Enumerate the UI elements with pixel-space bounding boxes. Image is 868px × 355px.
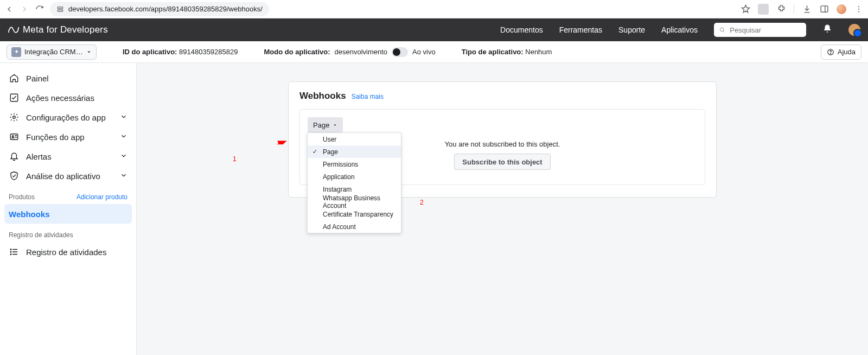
- svg-point-12: [12, 136, 14, 137]
- app-id: ID do aplicativo: 891480359285829: [123, 48, 238, 56]
- sidebar-group-produtos: Produtos Adicionar produto: [4, 186, 132, 204]
- webhooks-card: Webhooks Saiba mais Page UserPagePermiss…: [288, 81, 717, 198]
- help-icon: [827, 48, 834, 56]
- sidebar-group-registro: Registro de atividades: [4, 224, 132, 242]
- app-type: Tipo de aplicativo: Nenhum: [462, 48, 552, 56]
- checklist-icon: [9, 93, 20, 103]
- dropdown-option-whatsapp-business-account[interactable]: Whatsapp Business Account: [308, 195, 401, 208]
- sidebar: Painel Ações necessárias Configurações d…: [0, 63, 137, 355]
- chevron-down-icon: [120, 132, 127, 142]
- annotation-overlay: [137, 63, 299, 144]
- object-dropdown: UserPagePermissionsApplicationInstagramW…: [307, 132, 401, 233]
- sidebar-item-funcoes[interactable]: Funções do app: [4, 127, 132, 147]
- browser-chrome: developers.facebook.com/apps/89148035928…: [0, 0, 868, 18]
- address-bar[interactable]: developers.facebook.com/apps/89148035928…: [50, 2, 269, 16]
- sidebar-item-alertas[interactable]: Alertas: [4, 147, 132, 166]
- svg-rect-11: [10, 134, 18, 140]
- sidepanel-icon[interactable]: [819, 4, 829, 14]
- svg-point-5: [858, 11, 859, 12]
- nav-tools[interactable]: Ferramentas: [559, 26, 602, 34]
- extensions-icon[interactable]: [776, 4, 786, 14]
- svg-point-4: [858, 8, 859, 9]
- learn-more-link[interactable]: Saiba mais: [352, 93, 384, 100]
- sidebar-item-registro[interactable]: Registro de atividades: [4, 242, 132, 262]
- home-icon: [9, 73, 20, 83]
- back-icon[interactable]: [4, 4, 14, 14]
- annotation-1: 1: [233, 155, 237, 163]
- svg-point-10: [13, 116, 16, 119]
- card-title: Webhooks: [299, 91, 346, 102]
- search-icon: [719, 27, 725, 34]
- mode-toggle[interactable]: [392, 47, 408, 57]
- app-info-bar: ✦ Integração CRM Edu... ID do aplicativo…: [0, 41, 868, 63]
- app-mode: Modo do aplicativo: desenvolvimento Ao v…: [264, 47, 435, 57]
- chevron-down-icon: [120, 152, 127, 161]
- sidebar-item-analise[interactable]: Análise do aplicativo: [4, 166, 132, 186]
- gear-icon: [9, 112, 20, 122]
- meta-topbar: Meta for Developers Documentos Ferrament…: [0, 18, 868, 41]
- webhooks-panel: Page UserPagePermissionsApplicationInsta…: [299, 109, 705, 185]
- nav-support[interactable]: Suporte: [618, 26, 645, 34]
- svg-point-15: [10, 254, 11, 255]
- help-button[interactable]: Ajuda: [821, 45, 861, 60]
- id-icon: [9, 132, 20, 142]
- dropdown-option-permissions[interactable]: Permissions: [308, 158, 401, 170]
- object-selector-button[interactable]: Page: [308, 117, 343, 132]
- app-name: Integração CRM Edu...: [24, 48, 83, 56]
- svg-rect-1: [58, 10, 62, 11]
- url-text: developers.facebook.com/apps/89148035928…: [68, 5, 263, 13]
- bell-icon: [9, 151, 20, 161]
- meta-logo: [8, 24, 20, 36]
- forward-icon[interactable]: [20, 4, 29, 14]
- nav-apps[interactable]: Aplicativos: [661, 26, 698, 34]
- dropdown-option-application[interactable]: Application: [308, 170, 401, 183]
- reload-icon[interactable]: [35, 4, 44, 14]
- brand[interactable]: Meta for Developers: [8, 24, 108, 36]
- caret-down-icon: [333, 123, 337, 128]
- site-settings-icon: [56, 5, 64, 13]
- content-area: Webhooks Saiba mais Page UserPagePermiss…: [137, 63, 868, 355]
- svg-point-14: [10, 251, 11, 252]
- search-box[interactable]: [714, 23, 806, 37]
- sidebar-item-config[interactable]: Configurações do app: [4, 107, 132, 127]
- caret-down-icon: [86, 49, 92, 55]
- chevron-down-icon: [120, 172, 127, 181]
- mastodon-icon[interactable]: [758, 4, 769, 15]
- svg-rect-0: [58, 7, 62, 8]
- app-selector[interactable]: ✦ Integração CRM Edu...: [7, 45, 97, 60]
- svg-point-3: [858, 6, 859, 7]
- add-product-link[interactable]: Adicionar produto: [76, 193, 127, 201]
- nav-docs[interactable]: Documentos: [500, 26, 543, 34]
- svg-rect-2: [821, 6, 828, 12]
- list-icon: [9, 247, 20, 257]
- download-icon[interactable]: [802, 4, 812, 14]
- sidebar-item-painel[interactable]: Painel: [4, 68, 132, 88]
- kebab-icon[interactable]: [854, 4, 864, 14]
- chevron-down-icon: [120, 113, 127, 122]
- brand-text: Meta for Developers: [23, 24, 108, 35]
- svg-point-8: [830, 53, 831, 54]
- dropdown-option-ad-account[interactable]: Ad Account: [308, 220, 401, 233]
- svg-point-13: [10, 249, 11, 250]
- annotation-2: 2: [420, 199, 424, 206]
- svg-point-6: [720, 28, 724, 31]
- bell-icon[interactable]: [822, 24, 832, 36]
- star-icon[interactable]: [741, 4, 750, 14]
- profile-avatar[interactable]: [837, 4, 846, 14]
- app-icon: ✦: [11, 47, 21, 57]
- user-avatar[interactable]: [848, 24, 860, 36]
- sidebar-item-acoes[interactable]: Ações necessárias: [4, 88, 132, 107]
- sidebar-item-webhooks[interactable]: Webhooks: [4, 204, 132, 224]
- dropdown-option-page[interactable]: Page: [308, 145, 401, 158]
- dropdown-option-user[interactable]: User: [308, 133, 401, 145]
- svg-line-16: [239, 141, 286, 144]
- divider: [794, 4, 794, 14]
- search-input[interactable]: [730, 26, 801, 34]
- shield-check-icon: [9, 171, 20, 181]
- subscribe-button[interactable]: Subscribe to this object: [454, 154, 550, 170]
- dropdown-option-certificate-transparency[interactable]: Certificate Transparency: [308, 208, 401, 220]
